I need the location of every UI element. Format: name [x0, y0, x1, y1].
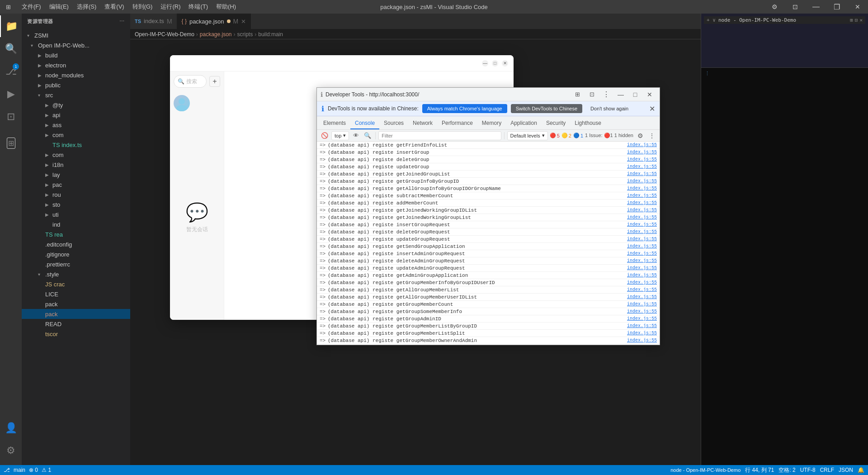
- sidebar-item-api[interactable]: ▶ api: [22, 110, 130, 120]
- menu-view[interactable]: 查看(V): [101, 3, 127, 11]
- tab-elements[interactable]: Elements: [319, 118, 350, 129]
- log-source-link[interactable]: index.js:55: [627, 331, 657, 336]
- breadcrumb-part4[interactable]: build:main: [258, 31, 283, 38]
- devtools-close[interactable]: ✕: [643, 88, 656, 101]
- terminal-icon-3[interactable]: ✕: [859, 17, 863, 23]
- activity-explorer[interactable]: 📁: [0, 15, 22, 37]
- log-source-link[interactable]: index.js:55: [627, 142, 657, 147]
- switch-to-chinese-button[interactable]: Switch DevTools to Chinese: [511, 104, 582, 113]
- tab-close-icon[interactable]: M: [167, 18, 172, 25]
- sidebar-item-at[interactable]: ▶ @ty: [22, 100, 130, 110]
- language-info[interactable]: JSON: [839, 467, 853, 473]
- tab-package-json[interactable]: { } package.json M ✕: [177, 14, 251, 29]
- filter-toggle-icon[interactable]: 🔍: [363, 131, 373, 141]
- sidebar-item-i18n[interactable]: ▶ i18n: [22, 160, 130, 170]
- always-match-language-button[interactable]: Always match Chrome's language: [422, 104, 507, 113]
- log-source-link[interactable]: index.js:55: [627, 229, 657, 234]
- sidebar-item-com2[interactable]: ▶ com: [22, 150, 130, 160]
- sidebar-item-tsrea[interactable]: TS rea: [22, 229, 130, 239]
- log-source-link[interactable]: index.js:55: [627, 323, 657, 328]
- tab-performance[interactable]: Performance: [437, 118, 477, 129]
- sidebar-item-zsmi[interactable]: ▾ ZSMI: [22, 30, 130, 40]
- sidebar-item-com1[interactable]: ▶ com: [22, 130, 130, 140]
- tab-index-ts[interactable]: TS index.ts M: [130, 14, 177, 29]
- sidebar-item-stylelint[interactable]: ▾ .style: [22, 269, 130, 279]
- minimize-button[interactable]: —: [806, 0, 826, 14]
- sidebar-item-license[interactable]: LICE: [22, 289, 130, 299]
- chat-search-box[interactable]: 🔍 搜索: [174, 75, 207, 88]
- sidebar-item-rou[interactable]: ▶ rou: [22, 190, 130, 200]
- devtools-maximize[interactable]: □: [629, 88, 642, 101]
- notifications-icon[interactable]: 🔔: [858, 467, 864, 473]
- tab-network[interactable]: Network: [408, 118, 437, 129]
- restore-button[interactable]: ❐: [826, 0, 847, 14]
- activity-run[interactable]: ▶: [0, 83, 22, 105]
- devtools-settings-icon[interactable]: ⚙: [635, 131, 645, 141]
- tab-lighthouse[interactable]: Lighthouse: [570, 118, 606, 129]
- tab-close-x[interactable]: ✕: [241, 18, 246, 25]
- devtools-minimize[interactable]: —: [614, 88, 627, 101]
- log-source-link[interactable]: index.js:55: [627, 309, 657, 314]
- sidebar-item-build[interactable]: ▶ build: [22, 50, 130, 60]
- tab-close-icon[interactable]: M: [233, 18, 239, 25]
- breadcrumb-part1[interactable]: Open-IM-PC-Web-Demo: [135, 31, 194, 38]
- sidebar-item-readme[interactable]: READ: [22, 319, 130, 329]
- add-icon[interactable]: +: [209, 76, 220, 87]
- sidebar-item-prettierrc[interactable]: .prettierrc: [22, 259, 130, 269]
- log-source-link[interactable]: index.js:55: [627, 157, 657, 162]
- log-source-link[interactable]: index.js:55: [627, 150, 657, 155]
- sidebar-item-pack1[interactable]: pack: [22, 299, 130, 309]
- error-count[interactable]: ⊗ 0: [29, 467, 38, 473]
- log-source-link[interactable]: index.js:55: [627, 171, 657, 176]
- layout-icon[interactable]: ⊡: [785, 0, 806, 14]
- log-source-link[interactable]: index.js:55: [627, 302, 657, 307]
- tab-memory[interactable]: Memory: [477, 118, 506, 129]
- breadcrumb-part2[interactable]: package.json: [200, 31, 232, 38]
- log-source-link[interactable]: index.js:55: [627, 287, 657, 292]
- right-panel-content[interactable]: ⋮: [701, 68, 868, 465]
- dont-show-again-link[interactable]: Don't show again: [586, 104, 633, 113]
- log-source-link[interactable]: index.js:55: [627, 266, 657, 271]
- close-button[interactable]: ✕: [847, 0, 868, 14]
- log-source-link[interactable]: index.js:55: [627, 258, 657, 263]
- tab-security[interactable]: Security: [542, 118, 570, 129]
- sidebar-item-node[interactable]: ▶ node_modules: [22, 70, 130, 80]
- terminal-icon-1[interactable]: ⊞: [850, 17, 853, 23]
- log-source-link[interactable]: index.js:55: [627, 179, 657, 184]
- log-source-link[interactable]: index.js:55: [627, 164, 657, 169]
- activity-search[interactable]: 🔍: [0, 38, 22, 60]
- log-source-link[interactable]: index.js:55: [627, 208, 657, 213]
- clear-console-icon[interactable]: 🚫: [320, 131, 330, 141]
- devtools-more-options-icon[interactable]: ⋮: [647, 131, 657, 141]
- sidebar-item-electron[interactable]: ▶ electron: [22, 60, 130, 70]
- node-version[interactable]: node - Open-IM-PC-Web-Demo: [670, 467, 741, 473]
- log-source-link[interactable]: index.js:55: [627, 280, 657, 285]
- sidebar-item-openim[interactable]: ▾ Open IM-PC-Web...: [22, 40, 130, 50]
- position-info[interactable]: 行 44, 列 71: [745, 466, 774, 474]
- log-source-link[interactable]: index.js:55: [627, 222, 657, 227]
- menu-help[interactable]: 帮助(H): [212, 3, 240, 11]
- log-source-link[interactable]: index.js:55: [627, 294, 657, 299]
- activity-source-control[interactable]: ⎇ 1: [0, 61, 22, 82]
- log-source-link[interactable]: index.js:55: [627, 215, 657, 220]
- branch-name[interactable]: main: [14, 467, 25, 473]
- activity-account[interactable]: 👤: [0, 417, 22, 439]
- sidebar-item-craco[interactable]: JS crac: [22, 279, 130, 289]
- settings-icon-titlebar[interactable]: ⚙: [764, 0, 785, 14]
- terminal-icon-2[interactable]: ⊡: [855, 17, 858, 23]
- new-file-icon[interactable]: ⋯: [119, 19, 125, 24]
- activity-settings[interactable]: ⚙: [0, 440, 22, 461]
- sidebar-item-gitignore[interactable]: .gitignore: [22, 249, 130, 259]
- sidebar-item-tsconfig[interactable]: tscor: [22, 329, 130, 339]
- tab-application[interactable]: Application: [506, 118, 542, 129]
- breadcrumb-part3[interactable]: scripts: [237, 31, 253, 38]
- log-source-link[interactable]: index.js:55: [627, 186, 657, 191]
- devtools-popout-icon[interactable]: ⊡: [585, 88, 598, 101]
- spaces-info[interactable]: 空格: 2: [778, 466, 795, 474]
- infobar-close-icon[interactable]: ✕: [649, 104, 655, 113]
- log-source-link[interactable]: index.js:55: [627, 273, 657, 278]
- tab-console[interactable]: Console: [350, 118, 379, 129]
- dialog-minimize[interactable]: —: [482, 60, 488, 66]
- sidebar-item-uti[interactable]: ▶ uti: [22, 209, 130, 219]
- menu-file[interactable]: 文件(F): [18, 3, 45, 11]
